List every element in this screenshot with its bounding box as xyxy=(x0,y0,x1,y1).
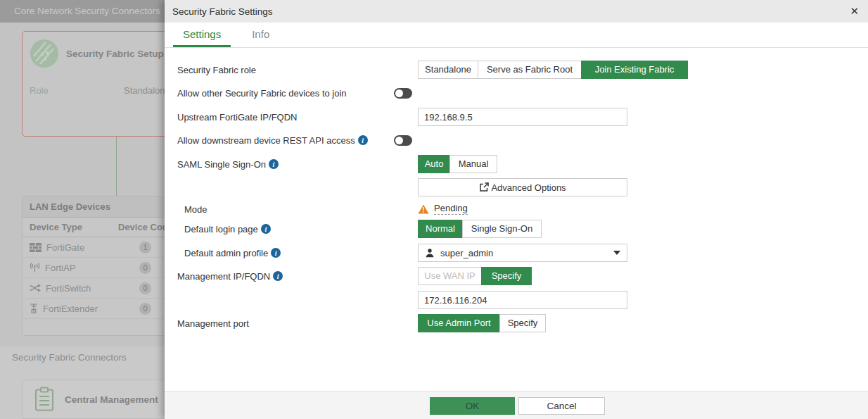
svg-text:!: ! xyxy=(422,206,424,214)
saml-option-auto[interactable]: Auto xyxy=(418,155,450,173)
mgmt-ip-input[interactable] xyxy=(418,291,627,309)
saml-segmented: Auto Manual xyxy=(418,155,497,173)
cancel-button[interactable]: Cancel xyxy=(518,397,605,415)
close-icon[interactable]: ✕ xyxy=(850,5,859,18)
allow-join-field-label: Allow other Security Fabric devices to j… xyxy=(177,84,347,102)
toggle-knob xyxy=(395,89,403,97)
mgmt-port-option-use-admin-port[interactable]: Use Admin Port xyxy=(418,314,500,332)
mgmt-port-field-label: Management port xyxy=(177,314,249,332)
clipboard-icon xyxy=(34,387,54,412)
advanced-options-label: Advanced Options xyxy=(491,182,566,193)
fortiap-icon xyxy=(30,263,40,273)
admin-profile-value: super_admin xyxy=(440,248,493,258)
login-page-segmented: Normal Single Sign-On xyxy=(418,220,542,238)
allow-join-toggle[interactable] xyxy=(394,88,412,99)
external-link-icon xyxy=(479,182,489,192)
fabric-connector-line xyxy=(116,137,117,196)
device-name: FortiExtender xyxy=(43,304,98,314)
device-count-badge: 0 xyxy=(139,262,151,274)
mgmt-port-segmented: Use Admin Port Specify xyxy=(418,314,546,332)
mode-status: ! Pending xyxy=(418,203,468,215)
upstream-ip-input[interactable] xyxy=(418,108,627,126)
info-icon[interactable]: i xyxy=(269,159,279,169)
role-field-label: Security Fabric role xyxy=(177,61,256,79)
advanced-options-button[interactable]: Advanced Options xyxy=(418,178,627,196)
device-name: FortiSwitch xyxy=(46,283,91,294)
central-management-title: Central Management xyxy=(65,394,158,405)
mgmt-ip-field-label: Management IP/FQDN i xyxy=(177,267,283,285)
mgmt-ip-option-specify[interactable]: Specify xyxy=(481,267,532,285)
fortigate-icon xyxy=(30,243,42,252)
admin-profile-field-label: Default admin profile i xyxy=(184,244,281,262)
warning-icon: ! xyxy=(418,204,429,214)
fabric-role-segmented: Standalone Serve as Fabric Root Join Exi… xyxy=(418,61,688,79)
dialog-footer: OK Cancel xyxy=(165,391,868,419)
setup-card-title: Security Fabric Setup xyxy=(66,49,164,59)
mode-status-value[interactable]: Pending xyxy=(434,203,468,215)
ok-button[interactable]: OK xyxy=(430,397,515,415)
device-count-badge: 0 xyxy=(139,303,151,315)
mgmt-ip-option-use-wan-ip[interactable]: Use WAN IP xyxy=(418,267,482,285)
info-icon[interactable]: i xyxy=(273,271,283,281)
saml-field-label: SAML Single Sign-On i xyxy=(177,155,279,173)
mode-field-label: Mode xyxy=(184,200,208,218)
role-option-standalone[interactable]: Standalone xyxy=(418,61,478,79)
info-icon[interactable]: i xyxy=(271,248,281,258)
rest-api-field-label: Allow downstream device REST API access … xyxy=(177,131,368,149)
role-option-serve-as-fabric-root[interactable]: Serve as Fabric Root xyxy=(478,61,582,79)
device-count-badge: 0 xyxy=(139,282,151,294)
mgmt-ip-segmented: Use WAN IP Specify xyxy=(418,267,532,285)
mgmt-port-option-specify[interactable]: Specify xyxy=(499,314,546,332)
rest-api-toggle[interactable] xyxy=(394,135,412,146)
security-fabric-icon xyxy=(30,39,58,68)
login-option-single-sign-on[interactable]: Single Sign-On xyxy=(462,220,542,238)
device-name: FortiAP xyxy=(45,263,75,273)
upstream-field-label: Upstream FortiGate IP/FQDN xyxy=(177,108,297,126)
login-page-field-label: Default login page i xyxy=(184,220,271,238)
dialog-title: Security Fabric Settings xyxy=(165,6,273,17)
connectors-section-title: Security Fabric Connectors xyxy=(12,352,127,363)
info-icon[interactable]: i xyxy=(261,224,271,234)
fortiswitch-icon xyxy=(30,284,41,292)
admin-profile-select[interactable]: super_admin xyxy=(418,244,627,262)
login-option-normal[interactable]: Normal xyxy=(418,220,463,238)
info-icon[interactable]: i xyxy=(358,135,368,145)
role-value: Standalone xyxy=(124,85,170,96)
device-count-badge: 1 xyxy=(139,242,151,254)
security-fabric-settings-dialog: Security Fabric Settings ✕ Settings Info… xyxy=(165,0,868,419)
dialog-header: Security Fabric Settings ✕ xyxy=(165,0,868,23)
dialog-tabbar: Settings Info xyxy=(165,23,868,48)
chevron-down-icon xyxy=(613,251,620,255)
role-option-join-existing-fabric[interactable]: Join Existing Fabric xyxy=(581,61,688,79)
tab-info[interactable]: Info xyxy=(242,23,279,47)
user-icon xyxy=(425,248,435,258)
col-device-type: Device Type xyxy=(23,222,111,232)
device-name: FortiGate xyxy=(46,242,84,253)
toggle-knob xyxy=(395,137,403,144)
saml-option-manual[interactable]: Manual xyxy=(449,155,497,173)
role-label: Role xyxy=(30,85,124,96)
fortiextender-icon xyxy=(30,304,38,313)
tab-settings[interactable]: Settings xyxy=(173,23,231,47)
